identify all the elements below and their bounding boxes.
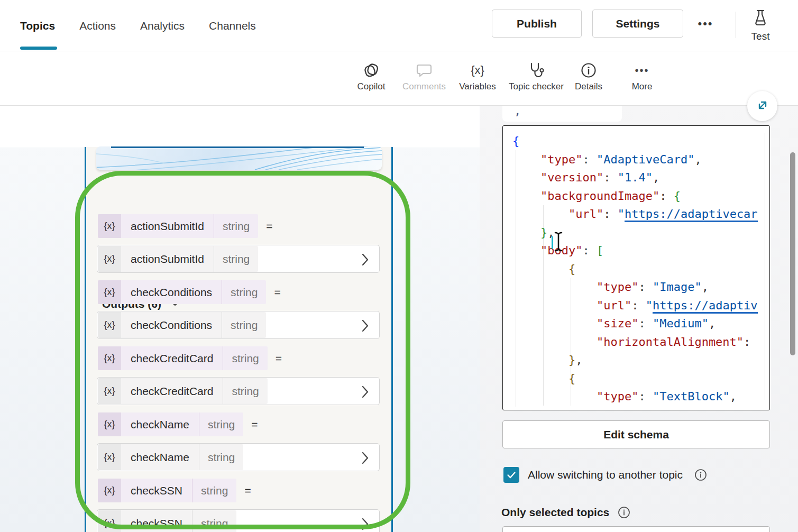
variable-value-pill: {x} checkSSN string bbox=[98, 510, 236, 532]
variable-type: string bbox=[192, 479, 236, 502]
chevron-right-icon bbox=[361, 384, 370, 401]
code-line: "size": "Medium", bbox=[512, 315, 758, 333]
variable-type: string bbox=[199, 412, 243, 436]
code-line: "text": " bbox=[512, 406, 758, 411]
code-line: }, bbox=[512, 351, 758, 370]
code-line: { bbox=[512, 370, 758, 388]
toolbar-item-variables[interactable]: {x} Variables bbox=[448, 61, 507, 99]
code-line: "type": "TextBlock", bbox=[512, 388, 758, 406]
variable-type: string bbox=[223, 346, 267, 370]
more-options-icon[interactable]: ••• bbox=[694, 11, 717, 37]
output-variable-selector[interactable]: {x} checkConditions string bbox=[97, 311, 380, 339]
page-scrollbar[interactable] bbox=[790, 152, 795, 355]
toolbar-item-copilot[interactable]: Copilot bbox=[342, 61, 400, 99]
tab-channels[interactable]: Channels bbox=[209, 20, 256, 32]
toolbar-label: Comments bbox=[402, 81, 446, 92]
settings-button[interactable]: Settings bbox=[592, 10, 683, 38]
toolbar-item-topic-checker[interactable]: Topic checker bbox=[505, 61, 568, 99]
variable-type: string bbox=[214, 214, 258, 238]
variable-name: checkConditions bbox=[121, 280, 222, 304]
variable-chip[interactable]: {x} actionSubmitId string bbox=[98, 214, 258, 238]
toolbar-label: Variables bbox=[459, 81, 496, 92]
code-line: "url": "https://adaptivecar bbox=[512, 205, 758, 224]
test-bot-button[interactable]: Test bbox=[745, 3, 776, 48]
allow-switching-row: Allow switching to another topic bbox=[503, 467, 707, 483]
output-variable-selector[interactable]: {x} checkSSN string bbox=[97, 509, 380, 532]
variable-name: checkSSN bbox=[121, 479, 192, 502]
variable-token-icon: {x} bbox=[98, 378, 121, 404]
expand-editor-button[interactable] bbox=[747, 91, 777, 121]
code-line: "url": "https://adaptiv bbox=[512, 297, 758, 315]
output-variable-selector[interactable]: {x} checkName string bbox=[97, 443, 380, 471]
toolbar-label: Details bbox=[575, 81, 602, 92]
topic-canvas[interactable]: Outputs (6) {x} actionSubmitId string = … bbox=[0, 106, 480, 532]
variable-value-pill: {x} actionSubmitId string bbox=[98, 246, 258, 272]
tab-topics[interactable]: Topics bbox=[20, 20, 55, 32]
toolbar-item-more[interactable]: ••• More bbox=[613, 61, 671, 99]
code-line: "horizontalAlignment": bbox=[512, 333, 758, 352]
test-label: Test bbox=[751, 31, 770, 42]
nav-tabs: Topics Actions Analytics Channels bbox=[20, 0, 256, 51]
allow-switching-label: Allow switching to another topic bbox=[528, 469, 683, 481]
adaptive-card-json-editor[interactable]: { "type": "AdaptiveCard", "version": "1.… bbox=[502, 125, 770, 410]
variable-name: checkConditions bbox=[121, 312, 222, 338]
variable-name: checkName bbox=[121, 444, 199, 470]
variable-chip[interactable]: {x} checkName string bbox=[98, 412, 243, 436]
variable-name: checkName bbox=[121, 412, 199, 436]
variable-value-pill: {x} checkConditions string bbox=[98, 312, 266, 338]
variable-chip[interactable]: {x} checkConditions string bbox=[98, 280, 266, 304]
top-navigation-bar: Topics Actions Analytics Channels Publis… bbox=[0, 0, 798, 51]
tab-actions[interactable]: Actions bbox=[79, 20, 116, 32]
output-variable-chip-row: {x} actionSubmitId string = bbox=[98, 214, 273, 238]
variable-token-icon: {x} bbox=[98, 510, 121, 532]
equals-sign: = bbox=[276, 352, 282, 365]
info-icon bbox=[580, 61, 597, 80]
variable-type: string bbox=[214, 246, 258, 272]
comment-icon bbox=[416, 61, 433, 80]
code-line: }, bbox=[512, 224, 758, 242]
variable-token-icon: {x} bbox=[98, 444, 121, 470]
toolbar-label: Topic checker bbox=[509, 81, 564, 92]
chevron-right-icon bbox=[361, 517, 370, 532]
edit-schema-button[interactable]: Edit schema bbox=[502, 420, 770, 448]
output-variable-chip-row: {x} checkSSN string = bbox=[98, 479, 251, 502]
code-line: "type": "AdaptiveCard", bbox=[512, 151, 758, 169]
variable-token-icon: {x} bbox=[98, 246, 121, 272]
code-line: "backgroundImage": { bbox=[512, 187, 758, 206]
info-icon[interactable] bbox=[618, 506, 630, 519]
publish-button[interactable]: Publish bbox=[492, 10, 582, 38]
variable-token-icon: {x} bbox=[98, 412, 121, 436]
output-variable-selector[interactable]: {x} actionSubmitId string bbox=[97, 245, 380, 273]
expand-icon bbox=[756, 98, 769, 114]
variable-value-pill: {x} checkName string bbox=[98, 444, 243, 470]
topics-select-input[interactable] bbox=[502, 526, 770, 532]
output-variable-selector[interactable]: {x} checkCreditCard string bbox=[97, 377, 380, 405]
toolbar-item-comments: Comments bbox=[395, 61, 453, 99]
output-variable-chip-row: {x} checkCreditCard string = bbox=[98, 346, 282, 370]
toolbar-label: More bbox=[632, 81, 653, 92]
variable-chip[interactable]: {x} checkSSN string bbox=[98, 479, 236, 502]
ellipsis-icon: ••• bbox=[635, 61, 649, 80]
allow-switching-checkbox[interactable] bbox=[503, 467, 519, 483]
toolbar-item-details[interactable]: Details bbox=[559, 61, 618, 99]
variable-chip[interactable]: {x} checkCreditCard string bbox=[98, 346, 268, 370]
code-line: { bbox=[512, 132, 758, 151]
stethoscope-icon bbox=[527, 61, 545, 80]
variable-token-icon: {x} bbox=[98, 312, 121, 338]
code-line: "version": "1.4", bbox=[512, 169, 758, 187]
variable-name: checkCreditCard bbox=[121, 378, 223, 404]
variable-type: string bbox=[222, 312, 266, 338]
topic-toolbar: Copilot Comments {x} Variables bbox=[0, 51, 798, 106]
info-icon[interactable] bbox=[694, 469, 707, 481]
variable-token-icon: {x} bbox=[98, 479, 121, 502]
editor-caret bbox=[552, 236, 553, 249]
tab-analytics[interactable]: Analytics bbox=[140, 20, 185, 32]
active-tab-indicator bbox=[20, 47, 57, 50]
variable-name: checkSSN bbox=[121, 510, 192, 532]
equals-sign: = bbox=[251, 418, 258, 431]
editor-scrollbar-track[interactable] bbox=[765, 133, 765, 400]
variable-name: actionSubmitId bbox=[121, 214, 214, 238]
variable-type: string bbox=[222, 280, 266, 304]
copilot-icon bbox=[362, 61, 380, 80]
variable-type: string bbox=[223, 378, 267, 404]
